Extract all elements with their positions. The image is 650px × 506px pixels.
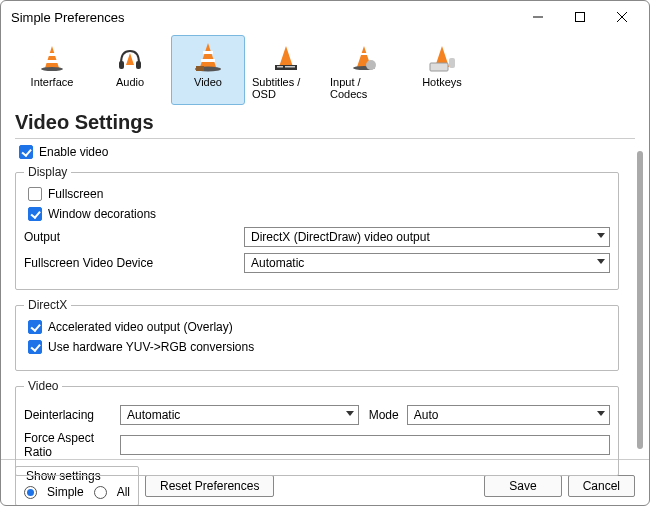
all-radio[interactable]: [94, 486, 107, 499]
tab-label: Video: [194, 76, 222, 88]
svg-point-7: [41, 67, 63, 71]
chevron-down-icon: [597, 233, 605, 238]
titlebar: Simple Preferences: [1, 1, 649, 33]
svg-marker-10: [126, 53, 134, 65]
tab-subtitles[interactable]: Subtitles / OSD: [249, 35, 323, 105]
tab-input-codecs[interactable]: Input / Codecs: [327, 35, 401, 105]
svg-rect-1: [576, 13, 585, 22]
tab-video[interactable]: Video: [171, 35, 245, 105]
simple-label: Simple: [47, 485, 84, 499]
enable-video-row[interactable]: Enable video: [19, 145, 619, 159]
video-group: Video Deinterlacing Automatic Mode Auto …: [15, 379, 619, 476]
scrollbar[interactable]: [637, 151, 643, 449]
overlay-checkbox[interactable]: [28, 320, 42, 334]
window-title: Simple Preferences: [11, 10, 517, 25]
display-group: Display Fullscreen Window decorations Ou…: [15, 165, 619, 290]
page-title: Video Settings: [1, 109, 649, 136]
deinterlacing-select[interactable]: Automatic: [120, 405, 359, 425]
svg-rect-6: [46, 60, 58, 63]
fullscreen-checkbox[interactable]: [28, 187, 42, 201]
window-decorations-label: Window decorations: [48, 207, 156, 221]
reset-preferences-button[interactable]: Reset Preferences: [145, 475, 274, 497]
output-value: DirectX (DirectDraw) video output: [251, 230, 430, 244]
svg-rect-26: [449, 58, 455, 68]
deinterlacing-value: Automatic: [127, 408, 180, 422]
enable-video-label: Enable video: [39, 145, 108, 159]
simple-radio[interactable]: [24, 486, 37, 499]
window-decorations-checkbox[interactable]: [28, 207, 42, 221]
svg-rect-5: [48, 53, 56, 56]
cone-keyboard-icon: [424, 42, 460, 74]
device-select[interactable]: Automatic: [244, 253, 610, 273]
chevron-down-icon: [597, 411, 605, 416]
tab-label: Subtitles / OSD: [252, 76, 320, 100]
yuv-checkbox[interactable]: [28, 340, 42, 354]
svg-rect-13: [201, 59, 215, 62]
mode-label: Mode: [359, 408, 407, 422]
svg-marker-4: [45, 46, 59, 68]
directx-group: DirectX Accelerated video output (Overla…: [15, 298, 619, 371]
maximize-button[interactable]: [559, 3, 601, 31]
enable-video-checkbox[interactable]: [19, 145, 33, 159]
svg-marker-11: [200, 43, 216, 67]
chevron-down-icon: [346, 411, 354, 416]
tab-hotkeys[interactable]: Hotkeys: [405, 35, 479, 105]
close-button[interactable]: [601, 3, 643, 31]
tab-label: Input / Codecs: [330, 76, 398, 100]
overlay-label: Accelerated video output (Overlay): [48, 320, 233, 334]
display-legend: Display: [24, 165, 71, 179]
tab-label: Audio: [116, 76, 144, 88]
svg-rect-25: [430, 63, 448, 71]
deinterlacing-label: Deinterlacing: [24, 408, 120, 422]
category-toolbar: Interface Audio Video Subtitles / OSD In…: [1, 33, 649, 109]
svg-rect-8: [119, 61, 124, 69]
cone-film-icon: [190, 42, 226, 74]
yuv-row[interactable]: Use hardware YUV->RGB conversions: [28, 340, 610, 354]
mode-select[interactable]: Auto: [407, 405, 610, 425]
output-select[interactable]: DirectX (DirectDraw) video output: [244, 227, 610, 247]
divider: [15, 138, 635, 139]
svg-rect-9: [136, 61, 141, 69]
video-legend: Video: [24, 379, 62, 393]
aspect-label: Force Aspect Ratio: [24, 431, 120, 459]
tab-label: Hotkeys: [422, 76, 462, 88]
svg-rect-21: [360, 53, 368, 55]
tab-audio[interactable]: Audio: [93, 35, 167, 105]
tab-interface[interactable]: Interface: [15, 35, 89, 105]
all-label: All: [117, 485, 130, 499]
settings-content: Enable video Display Fullscreen Window d…: [1, 145, 649, 455]
device-value: Automatic: [251, 256, 304, 270]
output-label: Output: [24, 230, 244, 244]
headphones-icon: [112, 42, 148, 74]
svg-marker-16: [279, 46, 293, 67]
cone-icon: [34, 42, 70, 74]
aspect-input[interactable]: [120, 435, 610, 455]
cone-subtitles-icon: [268, 42, 304, 74]
save-button[interactable]: Save: [484, 475, 561, 497]
tab-label: Interface: [31, 76, 74, 88]
svg-rect-19: [285, 66, 295, 68]
window-decorations-row[interactable]: Window decorations: [28, 207, 610, 221]
fullscreen-label: Fullscreen: [48, 187, 103, 201]
mode-value: Auto: [414, 408, 439, 422]
chevron-down-icon: [597, 259, 605, 264]
cone-disc-icon: [346, 42, 382, 74]
directx-legend: DirectX: [24, 298, 71, 312]
svg-point-23: [366, 60, 376, 70]
fullscreen-row[interactable]: Fullscreen: [28, 187, 610, 201]
svg-rect-12: [203, 51, 213, 54]
cancel-button[interactable]: Cancel: [568, 475, 635, 497]
device-label: Fullscreen Video Device: [24, 256, 244, 270]
svg-rect-15: [196, 66, 204, 71]
minimize-button[interactable]: [517, 3, 559, 31]
overlay-row[interactable]: Accelerated video output (Overlay): [28, 320, 610, 334]
yuv-label: Use hardware YUV->RGB conversions: [48, 340, 254, 354]
svg-rect-18: [277, 66, 283, 68]
